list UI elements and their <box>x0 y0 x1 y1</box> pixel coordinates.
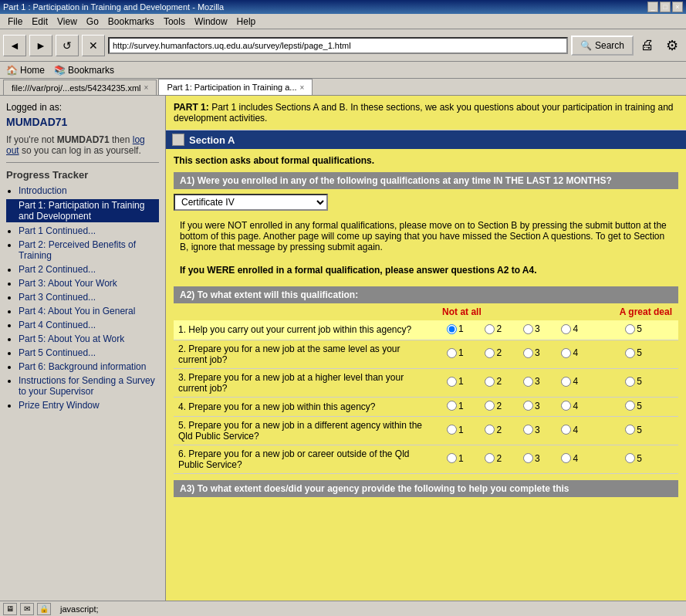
nav-link-4[interactable]: Part 2 Continued... <box>19 264 96 275</box>
nav-item-10[interactable]: Part 5 Continued... <box>19 347 159 358</box>
radio-label-5-5[interactable]: 5 <box>625 425 642 435</box>
radio-cell-6-4[interactable]: 4 <box>551 445 590 474</box>
radio-label-6-2[interactable]: 2 <box>485 453 502 464</box>
radio-label-2-5[interactable]: 5 <box>625 347 642 358</box>
nav-item-11[interactable]: Part 6: Background information <box>19 361 159 372</box>
radio-label-4-5[interactable]: 5 <box>625 401 642 411</box>
radio-label-4-4[interactable]: 4 <box>561 401 578 411</box>
nav-link-1[interactable]: Part 1: Participation in Training and De… <box>19 200 144 222</box>
radio-label-5-4[interactable]: 4 <box>561 425 578 435</box>
radio-input-6-2[interactable] <box>485 453 495 463</box>
radio-label-2-1[interactable]: 1 <box>447 347 464 358</box>
menu-tools[interactable]: Tools <box>159 15 190 29</box>
radio-input-4-5[interactable] <box>625 401 635 411</box>
radio-input-1-4[interactable] <box>561 324 571 334</box>
radio-input-2-4[interactable] <box>561 348 571 358</box>
radio-input-6-1[interactable] <box>447 453 457 463</box>
radio-cell-5-1[interactable]: 1 <box>436 417 475 445</box>
menu-bookmarks[interactable]: Bookmarks <box>103 15 159 29</box>
radio-label-6-3[interactable]: 3 <box>523 453 540 464</box>
nav-item-12[interactable]: Instructions for Sending a Survey to you… <box>19 375 159 397</box>
menu-file[interactable]: File <box>3 15 27 29</box>
radio-input-3-3[interactable] <box>523 377 533 387</box>
radio-cell-4-4[interactable]: 4 <box>551 397 590 417</box>
radio-input-6-3[interactable] <box>523 453 533 463</box>
radio-cell-4-2[interactable]: 2 <box>475 397 513 417</box>
radio-cell-2-2[interactable]: 2 <box>475 340 513 368</box>
nav-link-6[interactable]: Part 3 Continued... <box>19 292 96 303</box>
radio-cell-1-3[interactable]: 3 <box>512 320 551 340</box>
bookmarks-bookmarks[interactable]: 📚 Bookmarks <box>51 63 117 77</box>
nav-item-3[interactable]: Part 2: Perceived Benefits of Training <box>19 239 159 261</box>
radio-input-5-3[interactable] <box>523 425 533 435</box>
bookmarks-home[interactable]: 🏠 Home <box>3 63 48 77</box>
radio-cell-6-1[interactable]: 1 <box>436 445 475 474</box>
radio-input-2-2[interactable] <box>485 348 495 358</box>
tab-2-close[interactable]: × <box>300 83 305 92</box>
radio-input-6-5[interactable] <box>625 453 635 463</box>
radio-input-3-1[interactable] <box>447 377 457 387</box>
radio-label-2-4[interactable]: 4 <box>561 347 578 358</box>
radio-label-1-5[interactable]: 5 <box>625 323 642 334</box>
radio-label-1-3[interactable]: 3 <box>523 323 540 334</box>
radio-cell-3-5[interactable]: 5 <box>589 368 678 397</box>
back-button[interactable]: ◄ <box>3 35 26 56</box>
radio-cell-6-2[interactable]: 2 <box>475 445 513 474</box>
radio-cell-5-2[interactable]: 2 <box>475 417 513 445</box>
radio-label-1-2[interactable]: 2 <box>485 323 502 334</box>
nav-link-12[interactable]: Instructions for Sending a Survey to you… <box>19 375 155 397</box>
radio-cell-6-3[interactable]: 3 <box>512 445 551 474</box>
radio-label-6-5[interactable]: 5 <box>625 453 642 464</box>
radio-label-2-3[interactable]: 3 <box>523 347 540 358</box>
maximize-button[interactable]: □ <box>660 2 671 12</box>
radio-label-3-4[interactable]: 4 <box>561 376 578 387</box>
radio-cell-3-3[interactable]: 3 <box>512 368 551 397</box>
radio-label-5-1[interactable]: 1 <box>447 425 464 435</box>
radio-label-3-1[interactable]: 1 <box>447 376 464 387</box>
radio-cell-2-1[interactable]: 1 <box>436 340 475 368</box>
radio-cell-5-3[interactable]: 3 <box>512 417 551 445</box>
tab-1[interactable]: file:///var/proj/...ests/54234235.xml × <box>3 80 157 95</box>
nav-item-6[interactable]: Part 3 Continued... <box>19 292 159 303</box>
radio-label-2-2[interactable]: 2 <box>485 347 502 358</box>
radio-label-4-3[interactable]: 3 <box>523 401 540 411</box>
gear-icon[interactable]: ⚙ <box>661 35 683 56</box>
radio-input-2-5[interactable] <box>625 348 635 358</box>
radio-input-5-5[interactable] <box>625 425 635 435</box>
address-input[interactable] <box>108 37 568 54</box>
radio-cell-4-3[interactable]: 3 <box>512 397 551 417</box>
nav-item-7[interactable]: Part 4: About You in General <box>19 306 159 316</box>
radio-cell-3-2[interactable]: 2 <box>475 368 513 397</box>
radio-label-3-2[interactable]: 2 <box>485 376 502 387</box>
radio-cell-2-5[interactable]: 5 <box>589 340 678 368</box>
radio-input-1-3[interactable] <box>523 324 533 334</box>
nav-item-4[interactable]: Part 2 Continued... <box>19 264 159 275</box>
nav-link-13[interactable]: Prize Entry Window <box>19 400 100 411</box>
nav-link-10[interactable]: Part 5 Continued... <box>19 347 96 358</box>
radio-input-3-2[interactable] <box>485 377 495 387</box>
radio-label-5-2[interactable]: 2 <box>485 425 502 435</box>
radio-cell-4-1[interactable]: 1 <box>436 397 475 417</box>
search-button[interactable]: 🔍 Search <box>571 36 634 56</box>
radio-input-6-4[interactable] <box>561 453 571 463</box>
nav-item-1[interactable]: Part 1: Participation in Training and De… <box>6 199 159 222</box>
radio-input-4-4[interactable] <box>561 401 571 411</box>
nav-item-8[interactable]: Part 4 Continued... <box>19 320 159 330</box>
nav-link-9[interactable]: Part 5: About You at Work <box>19 333 124 344</box>
radio-input-4-1[interactable] <box>447 401 457 411</box>
nav-link-5[interactable]: Part 3: About Your Work <box>19 278 117 289</box>
nav-link-7[interactable]: Part 4: About You in General <box>19 306 135 316</box>
nav-item-0[interactable]: Introduction <box>19 185 159 196</box>
radio-input-5-4[interactable] <box>561 425 571 435</box>
printer-icon[interactable]: 🖨 <box>637 35 658 56</box>
forward-button[interactable]: ► <box>29 35 52 56</box>
minimize-button[interactable]: _ <box>647 2 658 12</box>
radio-cell-1-4[interactable]: 4 <box>551 320 590 340</box>
radio-cell-2-3[interactable]: 3 <box>512 340 551 368</box>
radio-cell-2-4[interactable]: 4 <box>551 340 590 368</box>
radio-cell-3-4[interactable]: 4 <box>551 368 590 397</box>
radio-label-4-2[interactable]: 2 <box>485 401 502 411</box>
qualification-dropdown[interactable]: Certificate IV Certificate I Certificate… <box>174 194 328 211</box>
radio-cell-1-1[interactable]: 1 <box>436 320 475 340</box>
radio-label-3-5[interactable]: 5 <box>625 376 642 387</box>
